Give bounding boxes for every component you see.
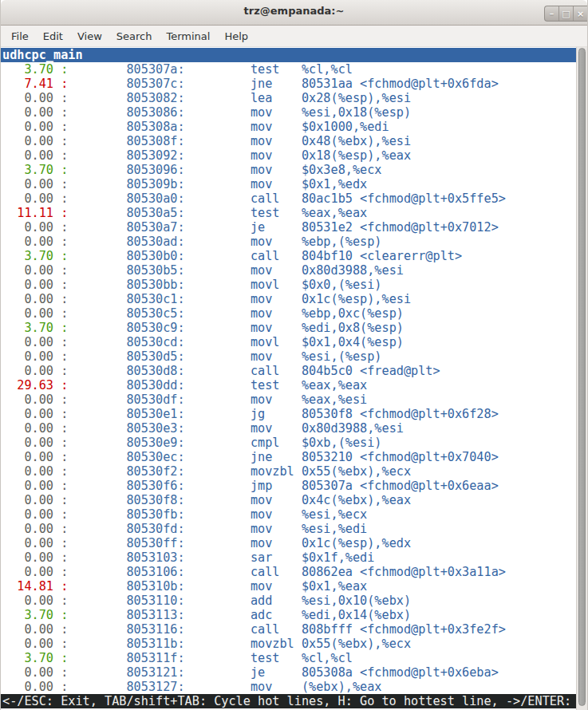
- instruction-address: 805311b:: [68, 637, 184, 651]
- asm-row[interactable]: 0.00 : 805309b: mov $0x1,%edx: [1, 177, 578, 191]
- asm-row[interactable]: 3.70 : 805307a: test %cl,%cl: [1, 62, 578, 77]
- asm-row[interactable]: 0.00 : 8053121: je 805308a <fchmod@plt+0…: [1, 665, 578, 680]
- instruction-address: 8053086:: [68, 105, 184, 120]
- instruction-address: 805307a:: [68, 62, 184, 77]
- asm-row[interactable]: 3.70 : 80530b0: call 804bf10 <clearerr@p…: [1, 249, 578, 263]
- sample-percentage: 0.00 :: [2, 507, 68, 522]
- sample-percentage: 0.00 :: [2, 536, 68, 550]
- sample-percentage: 0.00 :: [2, 105, 68, 120]
- asm-row[interactable]: 0.00 : 80530e9: cmpl $0xb,(%esi): [1, 436, 578, 450]
- asm-row[interactable]: 0.00 : 8053116: call 808bfff <fchmod@plt…: [1, 622, 578, 637]
- instruction-text: add %esi,0x10(%ebx): [185, 594, 411, 608]
- minimize-button[interactable]: –: [545, 6, 559, 21]
- asm-row[interactable]: 0.00 : 80530c5: mov %ebp,0xc(%esp): [1, 306, 578, 321]
- asm-row[interactable]: 0.00 : 8053110: add %esi,0x10(%ebx): [1, 594, 578, 608]
- asm-row[interactable]: 0.00 : 80530f6: jmp 805307a <fchmod@plt+…: [1, 479, 578, 493]
- asm-row[interactable]: 29.63 : 80530dd: test %eax,%eax: [1, 378, 578, 392]
- asm-row[interactable]: 0.00 : 80530d5: mov %esi,(%esp): [1, 349, 578, 364]
- instruction-address: 8053121:: [68, 665, 184, 680]
- maximize-button[interactable]: □: [559, 6, 574, 21]
- instruction-address: 8053096:: [68, 163, 184, 177]
- assembly-rows: 3.70 : 805307a: test %cl,%cl 7.41 : 8053…: [1, 62, 578, 694]
- instruction-text: mov %ebp,(%esp): [185, 235, 382, 249]
- scrollbar-thumb[interactable]: [578, 48, 586, 706]
- instruction-text: mov 0x4c(%ebx),%eax: [185, 493, 411, 507]
- instruction-text: jg 80530f8 <fchmod@plt+0x6f28>: [185, 407, 499, 421]
- instruction-address: 8053103:: [68, 550, 184, 565]
- asm-row[interactable]: 0.00 : 80530a0: call 80ac1b5 <fchmod@plt…: [1, 191, 578, 206]
- instruction-text: call 804bf10 <clearerr@plt>: [185, 249, 462, 263]
- instruction-address: 80530e1:: [68, 407, 184, 421]
- instruction-address: 8053113:: [68, 608, 184, 622]
- sample-percentage: 0.00 :: [2, 550, 68, 565]
- asm-row[interactable]: 0.00 : 80530cd: movl $0x1,0x4(%esp): [1, 335, 578, 349]
- instruction-text: mov 0x80d3988,%esi: [185, 263, 404, 278]
- close-button[interactable]: ×: [574, 6, 587, 21]
- asm-row[interactable]: 0.00 : 80530fb: mov %esi,%ecx: [1, 507, 578, 522]
- menu-item-view[interactable]: View: [70, 26, 109, 46]
- asm-row[interactable]: 0.00 : 805311b: movzbl 0x55(%ebx),%ecx: [1, 637, 578, 651]
- sample-percentage: 0.00 :: [2, 479, 68, 493]
- asm-row[interactable]: 7.41 : 805307c: jne 80531aa <fchmod@plt+…: [1, 77, 578, 91]
- asm-row[interactable]: 0.00 : 80530ec: jne 8053210 <fchmod@plt+…: [1, 450, 578, 464]
- asm-row[interactable]: 0.00 : 80530c1: mov 0x1c(%esp),%esi: [1, 292, 578, 306]
- sample-percentage: 0.00 :: [2, 436, 68, 450]
- asm-row[interactable]: 0.00 : 80530ad: mov %ebp,(%esp): [1, 235, 578, 249]
- asm-row[interactable]: 0.00 : 80530fd: mov %esi,%edi: [1, 522, 578, 536]
- asm-row[interactable]: 0.00 : 80530f8: mov 0x4c(%ebx),%eax: [1, 493, 578, 507]
- asm-row[interactable]: 0.00 : 80530f2: movzbl 0x55(%ebx),%ecx: [1, 464, 578, 479]
- sample-percentage: 0.00 :: [2, 622, 68, 637]
- menu-item-edit[interactable]: Edit: [36, 26, 70, 46]
- window-title: trz@empanada:~: [1, 5, 587, 17]
- asm-row[interactable]: 14.81 : 805310b: mov $0x1,%eax: [1, 579, 578, 594]
- asm-row[interactable]: 11.11 : 80530a5: test %eax,%eax: [1, 206, 578, 220]
- asm-row[interactable]: 3.70 : 8053113: adc %edi,0x14(%ebx): [1, 608, 578, 622]
- asm-row[interactable]: 0.00 : 8053082: lea 0x28(%esp),%esi: [1, 91, 578, 105]
- asm-row[interactable]: 0.00 : 8053092: mov 0x18(%esp),%eax: [1, 148, 578, 163]
- instruction-address: 80530c9:: [68, 321, 184, 335]
- asm-row[interactable]: 3.70 : 80530c9: mov %edi,0x8(%esp): [1, 321, 578, 335]
- instruction-text: test %eax,%eax: [185, 378, 368, 392]
- asm-row[interactable]: 0.00 : 80530e1: jg 80530f8 <fchmod@plt+0…: [1, 407, 578, 421]
- menu-item-search[interactable]: Search: [109, 26, 160, 46]
- titlebar[interactable]: trz@empanada:~ – □ ×: [1, 0, 587, 26]
- instruction-address: 80530ad:: [68, 235, 184, 249]
- instruction-address: 80530fb:: [68, 507, 184, 522]
- instruction-address: 805307c:: [68, 77, 184, 91]
- menu-item-terminal[interactable]: Terminal: [159, 26, 217, 46]
- instruction-text: test %cl,%cl: [185, 62, 353, 77]
- scrollbar[interactable]: [576, 47, 587, 710]
- asm-row[interactable]: 3.70 : 805311f: test %cl,%cl: [1, 651, 578, 665]
- asm-row[interactable]: 0.00 : 805308f: mov 0x48(%ebx),%esi: [1, 134, 578, 148]
- sample-percentage: 0.00 :: [2, 464, 68, 479]
- asm-row[interactable]: 0.00 : 80530b5: mov 0x80d3988,%esi: [1, 263, 578, 278]
- sample-percentage: 14.81 :: [2, 579, 68, 594]
- instruction-address: 8053110:: [68, 594, 184, 608]
- asm-row[interactable]: 0.00 : 8053127: mov (%ebx),%eax: [1, 680, 578, 694]
- asm-row[interactable]: 3.70 : 8053096: mov $0x3e8,%ecx: [1, 163, 578, 177]
- instruction-text: jne 8053210 <fchmod@plt+0x7040>: [185, 450, 499, 464]
- asm-row[interactable]: 0.00 : 80530a7: je 80531e2 <fchmod@plt+0…: [1, 220, 578, 235]
- asm-row[interactable]: 0.00 : 80530ff: mov 0x1c(%esp),%edx: [1, 536, 578, 550]
- asm-row[interactable]: 0.00 : 805308a: mov $0x1000,%edi: [1, 120, 578, 134]
- asm-row[interactable]: 0.00 : 8053106: call 80862ea <fchmod@plt…: [1, 565, 578, 579]
- asm-row[interactable]: 0.00 : 80530e3: mov 0x80d3988,%esi: [1, 421, 578, 436]
- sample-percentage: 3.70 :: [2, 249, 68, 263]
- instruction-text: mov $0x1000,%edi: [185, 120, 389, 134]
- asm-row[interactable]: 0.00 : 80530bb: movl $0x0,(%esi): [1, 278, 578, 292]
- asm-row[interactable]: 0.00 : 8053086: mov %esi,0x18(%esp): [1, 105, 578, 120]
- instruction-text: mov %esi,0x18(%esp): [185, 105, 411, 120]
- menu-item-file[interactable]: File: [4, 26, 36, 46]
- minimize-icon: –: [550, 10, 554, 18]
- asm-row[interactable]: 0.00 : 80530df: mov %eax,%esi: [1, 392, 578, 407]
- sample-percentage: 0.00 :: [2, 134, 68, 148]
- asm-row[interactable]: 0.00 : 80530d8: call 804b5c0 <fread@plt>: [1, 364, 578, 378]
- sample-percentage: 0.00 :: [2, 680, 68, 694]
- asm-row[interactable]: 0.00 : 8053103: sar $0x1f,%edi: [1, 550, 578, 565]
- window-controls: – □ ×: [544, 6, 587, 22]
- sample-percentage: 11.11 :: [2, 206, 68, 220]
- sample-percentage: 3.70 :: [2, 608, 68, 622]
- instruction-address: 80530b5:: [68, 263, 184, 278]
- instruction-address: 80530dd:: [68, 378, 184, 392]
- menu-item-help[interactable]: Help: [217, 26, 255, 46]
